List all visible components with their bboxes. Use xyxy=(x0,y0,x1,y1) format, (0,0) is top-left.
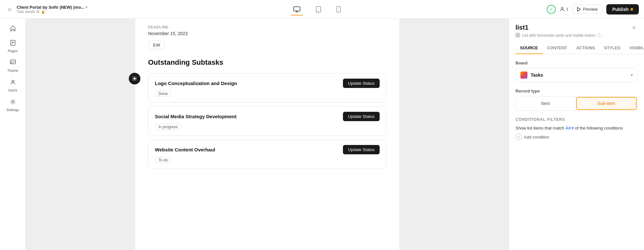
canvas-content: DEADLINE November 15, 2023 Edit Outstand… xyxy=(135,19,399,250)
conditional-filters-label: CONDITIONAL FILTERS xyxy=(516,117,638,122)
deadline-value: November 15, 2023 xyxy=(148,31,386,36)
app-title: Client Portal by Softr (NEW) (mo... ▾ xyxy=(17,5,87,10)
update-status-button-2[interactable]: Update Status xyxy=(343,145,380,154)
sidebar-item-theme[interactable]: Theme xyxy=(3,57,23,75)
svg-rect-20 xyxy=(518,33,520,35)
sidebar-item-home[interactable] xyxy=(3,23,23,36)
record-type-label: Record type xyxy=(516,89,638,93)
svg-point-4 xyxy=(318,11,319,12)
panel-header: list1 List with horizontal cards and vis… xyxy=(509,19,644,38)
record-type-selector: Item Sub-item xyxy=(516,96,638,111)
svg-rect-0 xyxy=(294,7,300,11)
section-title: Outstanding Subtasks xyxy=(148,58,386,67)
canvas-area: DEADLINE November 15, 2023 Edit Outstand… xyxy=(26,19,509,250)
topbar-left: ⌂ Client Portal by Softr (NEW) (mo... ▾ … xyxy=(5,5,87,14)
panel-title-block: list1 List with horizontal cards and vis… xyxy=(516,24,601,38)
pages-label: Pages xyxy=(8,49,18,53)
edit-button[interactable]: Edit xyxy=(148,41,165,49)
desktop-device-btn[interactable] xyxy=(291,5,303,14)
status-badge-0: Done xyxy=(155,91,171,97)
task-card-row: Social Media Strategy Development Update… xyxy=(155,112,380,121)
task-name: Social Media Strategy Development xyxy=(155,114,236,119)
board-name: Tasks xyxy=(531,72,543,78)
svg-point-17 xyxy=(12,101,14,103)
status-badge-2: To do xyxy=(155,157,171,163)
topbar-subtitle: Task details ⚙ 🔒 xyxy=(17,10,87,14)
deadline-section: DEADLINE November 15, 2023 Edit xyxy=(148,25,386,58)
home-sidebar-icon xyxy=(10,25,16,33)
sidebar-item-settings[interactable]: Settings xyxy=(3,96,23,114)
svg-rect-15 xyxy=(11,63,12,63)
subtasks-section: Outstanding Subtasks Logo Conceptualizat… xyxy=(148,58,386,169)
publish-dot xyxy=(630,8,633,11)
title-dropdown-icon[interactable]: ▾ xyxy=(86,5,87,9)
users-badge[interactable]: 1 xyxy=(560,7,568,12)
task-card: Logo Conceptualization and Design Update… xyxy=(148,73,386,102)
topbar-right: ✓ 1 Preview Publish xyxy=(547,4,639,14)
floating-action-icon[interactable] xyxy=(129,73,140,84)
status-check-icon: ✓ xyxy=(547,5,556,14)
task-card: Website Content Overhaul Update Status T… xyxy=(148,139,386,169)
panel-body: Board Tasks ▾ Record type Item Sub-item … xyxy=(509,54,644,147)
record-type-field: Record type Item Sub-item xyxy=(516,89,638,111)
info-icon: ⓘ xyxy=(597,33,601,38)
svg-point-7 xyxy=(561,7,563,9)
users-icon xyxy=(10,79,16,87)
filter-chevron-icon: ▾ xyxy=(572,126,574,130)
tab-visibility[interactable]: VISIBILITY xyxy=(625,42,644,54)
board-field: Board Tasks ▾ xyxy=(516,61,638,82)
svg-rect-19 xyxy=(516,33,517,35)
home-icon[interactable]: ⌂ xyxy=(5,5,14,14)
task-card-row: Website Content Overhaul Update Status xyxy=(155,145,380,154)
panel-tabs: SOURCE CONTENT ACTIONS STYLES VISIBILITY xyxy=(509,42,644,54)
conditional-filters-section: CONDITIONAL FILTERS Show list items that… xyxy=(516,117,638,140)
pages-icon xyxy=(10,40,16,48)
svg-rect-21 xyxy=(516,35,517,37)
task-name: Logo Conceptualization and Design xyxy=(155,81,237,86)
chevron-down-icon: ▾ xyxy=(631,73,633,77)
filter-all-dropdown[interactable]: All ▾ xyxy=(565,126,574,130)
filter-text: Show list items that match All ▾ of the … xyxy=(516,126,638,130)
board-field-label: Board xyxy=(516,61,638,65)
topbar-title-block: Client Portal by Softr (NEW) (mo... ▾ Ta… xyxy=(17,5,87,14)
deadline-label: DEADLINE xyxy=(148,25,386,29)
board-select[interactable]: Tasks ▾ xyxy=(516,68,638,82)
tab-source[interactable]: SOURCE xyxy=(516,42,543,54)
tablet-device-btn[interactable] xyxy=(313,5,324,14)
settings-label: Settings xyxy=(6,108,19,112)
record-type-subitem-button[interactable]: Sub-item xyxy=(576,97,637,110)
theme-icon xyxy=(10,59,16,67)
tab-content[interactable]: CONTENT xyxy=(543,42,572,54)
status-badge-1: In progress xyxy=(155,124,181,130)
panel-title: list1 xyxy=(516,24,601,31)
svg-point-16 xyxy=(12,80,14,82)
add-condition-button[interactable]: + Add condition xyxy=(516,134,638,140)
theme-label: Theme xyxy=(7,69,18,72)
tab-actions[interactable]: ACTIONS xyxy=(572,42,600,54)
sidebar-item-users[interactable]: Users xyxy=(3,76,23,95)
task-name: Website Content Overhaul xyxy=(155,147,215,152)
mobile-device-btn[interactable] xyxy=(334,5,343,14)
task-card: Social Media Strategy Development Update… xyxy=(148,106,386,136)
board-select-left: Tasks xyxy=(520,72,543,79)
update-status-button-0[interactable]: Update Status xyxy=(343,79,380,88)
right-panel: list1 List with horizontal cards and vis… xyxy=(509,19,644,250)
close-panel-button[interactable]: × xyxy=(630,24,638,32)
preview-button[interactable]: Preview xyxy=(572,5,602,14)
task-card-row: Logo Conceptualization and Design Update… xyxy=(155,79,380,88)
sidebar: Pages Theme Users Settings xyxy=(0,19,26,250)
add-condition-icon: + xyxy=(516,134,522,140)
update-status-button-1[interactable]: Update Status xyxy=(343,112,380,121)
record-type-item-button[interactable]: Item xyxy=(516,96,575,111)
tab-styles[interactable]: STYLES xyxy=(600,42,625,54)
settings-icon xyxy=(10,99,16,107)
list-icon xyxy=(516,33,520,38)
main-layout: Pages Theme Users Settings xyxy=(0,19,644,250)
svg-point-6 xyxy=(338,11,339,12)
sidebar-item-pages[interactable]: Pages xyxy=(3,37,23,55)
board-icon xyxy=(520,72,527,79)
publish-button[interactable]: Publish xyxy=(606,4,639,14)
users-label: Users xyxy=(8,88,17,92)
topbar: ⌂ Client Portal by Softr (NEW) (mo... ▾ … xyxy=(0,0,644,19)
svg-rect-22 xyxy=(518,35,520,37)
